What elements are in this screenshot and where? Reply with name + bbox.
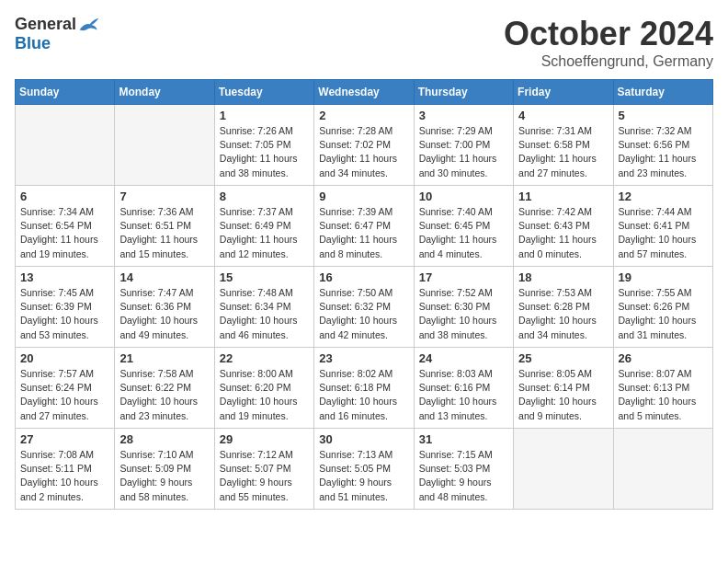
day-number: 26 [619, 351, 708, 365]
day-info: Sunrise: 7:26 AMSunset: 7:05 PMDaylight:… [220, 124, 309, 180]
table-row: 18Sunrise: 7:53 AMSunset: 6:28 PMDayligh… [514, 267, 613, 348]
table-row: 11Sunrise: 7:42 AMSunset: 6:43 PMDayligh… [514, 186, 613, 267]
day-number: 9 [319, 190, 408, 203]
day-info: Sunrise: 8:07 AMSunset: 6:13 PMDaylight:… [619, 367, 708, 423]
table-row: 21Sunrise: 7:58 AMSunset: 6:22 PMDayligh… [115, 348, 214, 429]
table-row: 24Sunrise: 8:03 AMSunset: 6:16 PMDayligh… [414, 348, 513, 429]
table-row: 9Sunrise: 7:39 AMSunset: 6:47 PMDaylight… [314, 186, 414, 267]
day-info: Sunrise: 7:57 AMSunset: 6:24 PMDaylight:… [20, 367, 109, 423]
day-info: Sunrise: 8:02 AMSunset: 6:18 PMDaylight:… [319, 367, 408, 423]
month-title: October 2024 [504, 15, 713, 53]
table-row: 13Sunrise: 7:45 AMSunset: 6:39 PMDayligh… [16, 267, 115, 348]
day-number: 15 [220, 270, 309, 284]
table-row: 26Sunrise: 8:07 AMSunset: 6:13 PMDayligh… [613, 348, 712, 429]
day-number: 8 [220, 190, 309, 203]
day-info: Sunrise: 7:12 AMSunset: 5:07 PMDaylight:… [220, 448, 309, 504]
col-thursday: Thursday [414, 80, 513, 105]
day-number: 19 [619, 270, 708, 284]
day-info: Sunrise: 7:58 AMSunset: 6:22 PMDaylight:… [119, 367, 209, 423]
day-info: Sunrise: 7:39 AMSunset: 6:47 PMDaylight:… [319, 205, 408, 261]
day-number: 5 [619, 109, 708, 122]
table-row: 6Sunrise: 7:34 AMSunset: 6:54 PMDaylight… [16, 186, 115, 267]
calendar-week-3: 13Sunrise: 7:45 AMSunset: 6:39 PMDayligh… [16, 267, 713, 348]
table-row: 28Sunrise: 7:10 AMSunset: 5:09 PMDayligh… [115, 429, 214, 510]
day-info: Sunrise: 7:40 AMSunset: 6:45 PMDaylight:… [419, 205, 508, 261]
table-row: 8Sunrise: 7:37 AMSunset: 6:49 PMDaylight… [214, 186, 313, 267]
calendar-header-row: Sunday Monday Tuesday Wednesday Thursday… [16, 80, 713, 105]
day-info: Sunrise: 7:37 AMSunset: 6:49 PMDaylight:… [220, 205, 309, 261]
day-info: Sunrise: 7:53 AMSunset: 6:28 PMDaylight:… [518, 286, 608, 342]
day-number: 28 [119, 432, 209, 446]
logo: General Blue [15, 15, 100, 53]
table-row: 1Sunrise: 7:26 AMSunset: 7:05 PMDaylight… [214, 105, 313, 186]
table-row: 31Sunrise: 7:15 AMSunset: 5:03 PMDayligh… [414, 429, 513, 510]
day-number: 12 [619, 190, 708, 203]
col-sunday: Sunday [16, 80, 115, 105]
day-number: 10 [419, 190, 508, 203]
day-info: Sunrise: 7:42 AMSunset: 6:43 PMDaylight:… [518, 205, 608, 261]
day-number: 25 [518, 351, 608, 365]
day-number: 4 [518, 109, 608, 122]
day-info: Sunrise: 7:29 AMSunset: 7:00 PMDaylight:… [419, 124, 508, 180]
day-info: Sunrise: 7:28 AMSunset: 7:02 PMDaylight:… [319, 124, 408, 180]
day-number: 30 [319, 432, 408, 446]
table-row: 22Sunrise: 8:00 AMSunset: 6:20 PMDayligh… [214, 348, 313, 429]
page-header: General Blue October 2024 Schoeffengrund… [15, 15, 713, 70]
table-row [613, 429, 712, 510]
table-row: 2Sunrise: 7:28 AMSunset: 7:02 PMDaylight… [314, 105, 414, 186]
day-number: 2 [319, 109, 408, 122]
day-number: 7 [119, 190, 209, 203]
table-row: 25Sunrise: 8:05 AMSunset: 6:14 PMDayligh… [514, 348, 613, 429]
day-number: 29 [220, 432, 309, 446]
day-number: 20 [20, 351, 109, 365]
title-block: October 2024 Schoeffengrund, Germany [504, 15, 713, 70]
table-row: 10Sunrise: 7:40 AMSunset: 6:45 PMDayligh… [414, 186, 513, 267]
day-info: Sunrise: 7:34 AMSunset: 6:54 PMDaylight:… [20, 205, 109, 261]
day-info: Sunrise: 7:31 AMSunset: 6:58 PMDaylight:… [518, 124, 608, 180]
day-info: Sunrise: 7:36 AMSunset: 6:51 PMDaylight:… [119, 205, 209, 261]
logo-bird-icon [78, 16, 100, 34]
col-monday: Monday [115, 80, 214, 105]
calendar-week-2: 6Sunrise: 7:34 AMSunset: 6:54 PMDaylight… [16, 186, 713, 267]
calendar-week-4: 20Sunrise: 7:57 AMSunset: 6:24 PMDayligh… [16, 348, 713, 429]
table-row: 7Sunrise: 7:36 AMSunset: 6:51 PMDaylight… [115, 186, 214, 267]
day-info: Sunrise: 8:03 AMSunset: 6:16 PMDaylight:… [419, 367, 508, 423]
day-number: 13 [20, 270, 109, 284]
table-row: 4Sunrise: 7:31 AMSunset: 6:58 PMDaylight… [514, 105, 613, 186]
day-number: 14 [119, 270, 209, 284]
table-row: 20Sunrise: 7:57 AMSunset: 6:24 PMDayligh… [16, 348, 115, 429]
col-wednesday: Wednesday [314, 80, 414, 105]
day-number: 31 [419, 432, 508, 446]
day-info: Sunrise: 7:52 AMSunset: 6:30 PMDaylight:… [419, 286, 508, 342]
calendar-week-5: 27Sunrise: 7:08 AMSunset: 5:11 PMDayligh… [16, 429, 713, 510]
day-info: Sunrise: 8:00 AMSunset: 6:20 PMDaylight:… [220, 367, 309, 423]
table-row [514, 429, 613, 510]
day-number: 27 [20, 432, 109, 446]
day-info: Sunrise: 7:13 AMSunset: 5:05 PMDaylight:… [319, 448, 408, 504]
location: Schoeffengrund, Germany [504, 53, 713, 70]
day-number: 11 [518, 190, 608, 203]
day-number: 23 [319, 351, 408, 365]
table-row: 17Sunrise: 7:52 AMSunset: 6:30 PMDayligh… [414, 267, 513, 348]
calendar-week-1: 1Sunrise: 7:26 AMSunset: 7:05 PMDaylight… [16, 105, 713, 186]
day-number: 3 [419, 109, 508, 122]
day-info: Sunrise: 7:32 AMSunset: 6:56 PMDaylight:… [619, 124, 708, 180]
day-info: Sunrise: 7:50 AMSunset: 6:32 PMDaylight:… [319, 286, 408, 342]
day-number: 17 [419, 270, 508, 284]
table-row: 5Sunrise: 7:32 AMSunset: 6:56 PMDaylight… [613, 105, 712, 186]
day-number: 1 [220, 109, 309, 122]
day-number: 24 [419, 351, 508, 365]
day-info: Sunrise: 7:10 AMSunset: 5:09 PMDaylight:… [119, 448, 209, 504]
calendar-table: Sunday Monday Tuesday Wednesday Thursday… [15, 79, 713, 510]
logo-blue-text: Blue [15, 34, 51, 53]
day-number: 18 [518, 270, 608, 284]
day-number: 22 [220, 351, 309, 365]
day-info: Sunrise: 7:44 AMSunset: 6:41 PMDaylight:… [619, 205, 708, 261]
table-row [16, 105, 115, 186]
day-info: Sunrise: 7:15 AMSunset: 5:03 PMDaylight:… [419, 448, 508, 504]
col-saturday: Saturday [613, 80, 712, 105]
day-number: 21 [119, 351, 209, 365]
day-number: 16 [319, 270, 408, 284]
table-row: 30Sunrise: 7:13 AMSunset: 5:05 PMDayligh… [314, 429, 414, 510]
table-row: 23Sunrise: 8:02 AMSunset: 6:18 PMDayligh… [314, 348, 414, 429]
